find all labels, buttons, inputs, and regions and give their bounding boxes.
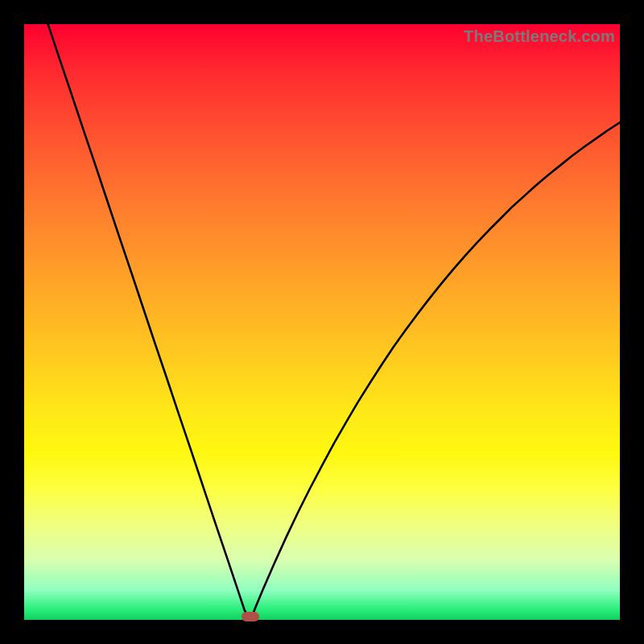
- curve-svg: [24, 24, 620, 620]
- optimum-marker: [242, 612, 259, 621]
- bottleneck-curve: [48, 24, 620, 620]
- plot-area: TheBottleneck.com: [24, 24, 620, 620]
- chart-frame: TheBottleneck.com: [0, 0, 644, 644]
